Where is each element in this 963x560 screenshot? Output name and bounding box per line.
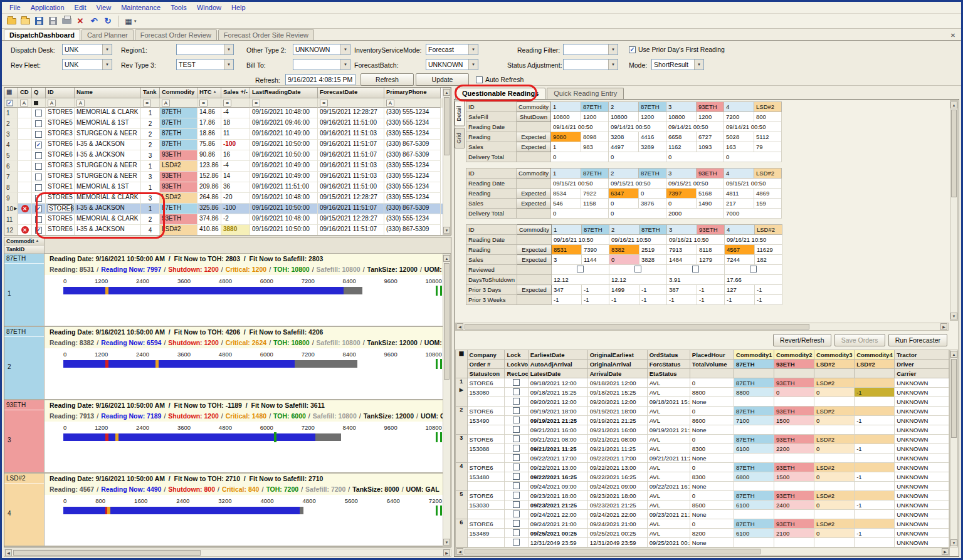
order-row[interactable]: 3STORE609/21/2021 08:0009/21/2021 08:00A… <box>456 435 949 444</box>
menu-edit[interactable]: Edit <box>70 3 92 13</box>
run-forecaster-button[interactable]: Run Forecaster <box>888 334 947 346</box>
value-cell[interactable]: 4567 <box>724 245 754 255</box>
scroll-down-icon[interactable]: ▼ <box>443 539 450 546</box>
new-button[interactable] <box>4 15 18 28</box>
forecast-batch-select[interactable]: UNKNOWN▼ <box>426 59 478 70</box>
expected-cell[interactable]: 5168 <box>697 189 724 199</box>
orders-col-header[interactable]: OriginalArrival <box>587 360 647 369</box>
orders-col-header[interactable]: 87ETH <box>734 360 774 369</box>
filter-sales[interactable]: = <box>221 98 250 108</box>
filter-name[interactable]: A <box>75 98 141 108</box>
scroll-thumb[interactable] <box>444 263 450 380</box>
q-checkbox[interactable] <box>35 184 42 191</box>
tank-detail-row[interactable]: 87ETH1Reading Date: 9/16/2021 10:50:00 A… <box>4 254 451 327</box>
filter-last[interactable]: = <box>250 98 318 108</box>
expected-cell[interactable]: -1 <box>581 295 609 305</box>
order-row[interactable]: 15308809/21/2021 11:2509/21/2021 11:25AV… <box>456 444 949 454</box>
scroll-thumb[interactable] <box>465 549 760 554</box>
value-cell[interactable]: 7913 <box>666 245 697 255</box>
scroll-thumb[interactable] <box>465 324 809 329</box>
value-cell[interactable]: 2000 <box>666 209 724 219</box>
value-cell[interactable]: 8534 <box>551 189 581 199</box>
expected-cell[interactable]: 1200 <box>697 112 724 122</box>
value-cell[interactable]: 12.12 <box>551 275 609 285</box>
orders-col-header[interactable] <box>855 369 895 378</box>
value-cell[interactable]: -1 <box>551 295 581 305</box>
value-cell[interactable]: 09/15/21 00:50 <box>724 179 782 189</box>
orders-hscrollbar[interactable]: ◀▶ <box>455 547 950 556</box>
expected-cell[interactable]: 79 <box>754 142 782 152</box>
orders-col-header[interactable]: StatusIcon <box>467 369 505 378</box>
select-all-checkbox[interactable] <box>7 100 13 106</box>
value-cell[interactable]: 7000 <box>724 209 782 219</box>
reviewed-checkbox[interactable] <box>692 266 699 272</box>
q-checkbox[interactable] <box>35 227 42 234</box>
q-checkbox[interactable] <box>35 142 42 148</box>
value-cell[interactable]: 6658 <box>666 132 697 142</box>
column-header-cd[interactable]: CD <box>18 88 32 98</box>
menu-help[interactable]: Help <box>226 3 251 13</box>
scroll-thumb[interactable] <box>951 110 957 197</box>
expected-cell[interactable]: 4869 <box>754 189 782 199</box>
scroll-left-icon[interactable]: ◀ <box>5 549 12 556</box>
lock-checkbox[interactable] <box>513 492 520 499</box>
expected-cell[interactable]: -1 <box>581 285 609 295</box>
expected-cell[interactable]: -1 <box>697 285 724 295</box>
orders-col-header[interactable]: Company <box>467 350 505 360</box>
reading-filter-select[interactable]: ▼ <box>563 44 618 55</box>
order-row[interactable]: 5STORE609/23/2021 18:0009/23/2021 18:00A… <box>456 491 949 500</box>
id-editor[interactable]: STORE6 <box>48 204 72 212</box>
lock-checkbox[interactable] <box>513 407 520 414</box>
tank-detail-row[interactable]: 93ETH3Reading Date: 9/16/2021 10:50:00 A… <box>4 400 451 474</box>
q-checkbox[interactable] <box>35 110 42 117</box>
column-header-q[interactable]: Q <box>32 88 46 98</box>
expected-cell[interactable]: 0 <box>639 189 666 199</box>
expected-cell[interactable]: 1279 <box>697 255 724 265</box>
print-button[interactable] <box>60 15 73 28</box>
orders-col-header[interactable]: Commodity3 <box>814 350 855 360</box>
site-row[interactable]: 7STORE3STURGEON & NEER393ETH152.861409/1… <box>4 172 451 182</box>
value-cell[interactable]: 387 <box>666 285 697 295</box>
orders-col-header[interactable]: 93ETH <box>774 360 814 369</box>
status-adjustment-select[interactable]: ▼ <box>563 59 618 70</box>
tab-quick-reading-entry[interactable]: Quick Reading Entry <box>547 88 624 99</box>
lock-checkbox[interactable] <box>513 473 520 480</box>
bill-to-select[interactable]: ▼ <box>293 59 350 70</box>
value-cell[interactable]: 5028 <box>724 132 754 142</box>
orders-col-header[interactable]: LSD#2 <box>855 360 895 369</box>
orders-col-header[interactable]: Commodity1 <box>734 350 774 360</box>
orders-col-header[interactable] <box>774 369 814 378</box>
expected-cell[interactable]: -1 <box>754 295 782 305</box>
value-cell[interactable]: 7397 <box>666 189 697 199</box>
value-cell[interactable]: 0 <box>609 209 666 219</box>
value-cell[interactable]: 0 <box>609 152 666 162</box>
q-checkbox[interactable] <box>35 216 42 223</box>
expected-cell[interactable]: 11629 <box>754 245 782 255</box>
expected-cell[interactable]: 1200 <box>639 112 666 122</box>
orders-col-header[interactable]: EarliestDate <box>528 350 587 360</box>
value-cell[interactable]: 1 <box>551 142 581 152</box>
undo-button[interactable]: ↶ <box>87 15 101 28</box>
orders-col-header[interactable]: Driver <box>895 360 949 369</box>
site-row[interactable]: 6STORE3STURGEON & NEER1LSD#2123.86-409/1… <box>4 161 451 172</box>
tab-dispatchdashboard[interactable]: DispatchDashboard <box>4 29 80 40</box>
lock-checkbox[interactable] <box>513 539 520 546</box>
expected-cell[interactable]: 159 <box>754 199 782 209</box>
value-cell[interactable]: 217 <box>724 199 754 209</box>
orders-col-header[interactable]: AutoAdjArrival <box>528 360 587 369</box>
filter-id[interactable]: A <box>46 98 75 108</box>
row-sublabel[interactable]: Expected <box>517 142 551 152</box>
order-row[interactable]: 09/20/2021 12:0009/20/2021 12:0009/18/20… <box>456 397 949 407</box>
filter-forecast[interactable]: = <box>318 98 384 108</box>
expected-cell[interactable]: 8098 <box>581 132 609 142</box>
scroll-right-icon[interactable]: ▶ <box>443 549 450 556</box>
orders-col-header[interactable]: Commodity2 <box>774 350 814 360</box>
row-sublabel[interactable]: Expected <box>517 285 551 295</box>
value-cell[interactable]: 09/14/21 00:50 <box>551 122 609 132</box>
expected-cell[interactable]: 6727 <box>697 132 724 142</box>
expected-cell[interactable]: 182 <box>754 255 782 265</box>
open-button[interactable] <box>18 15 32 28</box>
scroll-down-icon[interactable]: ▼ <box>443 227 450 234</box>
expected-cell[interactable]: 1158 <box>581 199 609 209</box>
side-tab-grid[interactable]: Grid <box>455 128 465 148</box>
